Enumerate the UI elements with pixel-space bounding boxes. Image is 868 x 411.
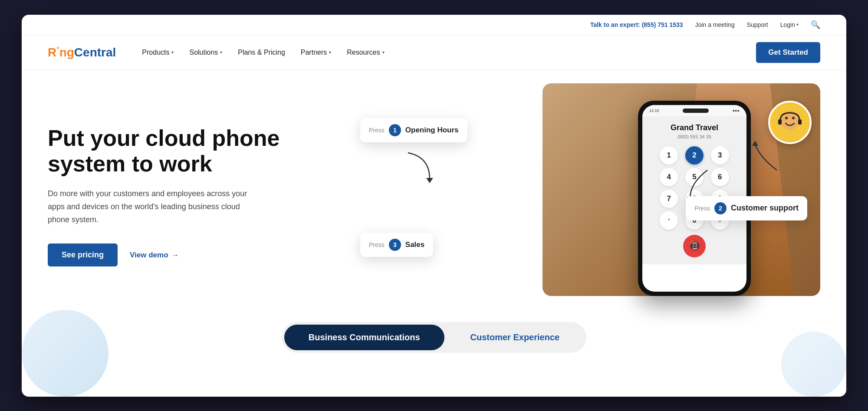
phone-number[interactable]: (855) 751 1533	[642, 21, 683, 28]
view-demo-label: View demo	[130, 251, 168, 260]
phone-time: 12:15	[649, 109, 659, 113]
svg-rect-6	[798, 119, 802, 125]
agent-avatar	[768, 101, 812, 144]
logo[interactable]: R°ngCentral	[48, 46, 116, 59]
key-4[interactable]: 4	[660, 168, 678, 186]
key-2-active[interactable]: 2	[685, 146, 704, 164]
svg-marker-7	[752, 141, 758, 146]
view-demo-link[interactable]: View demo →	[130, 251, 179, 260]
tooltip-3-badge: 3	[389, 239, 401, 251]
phone-notch	[683, 109, 709, 113]
nav-products-label: Products	[142, 49, 169, 56]
key-star[interactable]: *	[660, 211, 678, 230]
login-label: Login	[780, 21, 795, 28]
arrow-icon: →	[172, 251, 179, 260]
nav-products[interactable]: Products ▾	[142, 49, 174, 56]
tooltip-2-label: Customer support	[731, 204, 799, 213]
tooltip-press-2: Press 2 Customer support	[686, 196, 807, 220]
tab-container: Business Communications Customer Experie…	[282, 322, 586, 353]
tooltip-1-press-label: Press	[369, 127, 385, 134]
tooltip-press-1: Press 1 Opening Hours	[360, 118, 467, 142]
nav-resources[interactable]: Resources ▾	[347, 49, 384, 56]
tab-business-comms[interactable]: Business Communications	[284, 325, 444, 350]
nav-resources-label: Resources	[347, 49, 380, 56]
hero-section: Put your cloud phone system to work Do m…	[22, 70, 846, 313]
key-3[interactable]: 3	[711, 146, 729, 164]
resources-chevron-icon: ▾	[382, 50, 385, 55]
arrow-to-avatar	[746, 140, 781, 174]
solutions-chevron-icon: ▾	[220, 50, 222, 55]
tooltip-1-badge: 1	[389, 124, 401, 136]
get-started-button[interactable]: Get Started	[756, 42, 820, 63]
tooltip-press-3: Press 3 Sales	[360, 233, 433, 257]
hero-left: Put your cloud phone system to work Do m…	[48, 125, 282, 267]
arrow-curve-2	[686, 166, 712, 201]
hero-title: Put your cloud phone system to work	[48, 125, 282, 178]
nav-solutions[interactable]: Solutions ▾	[189, 49, 222, 56]
login-link[interactable]: Login ▾	[780, 21, 799, 28]
tooltip-3-press-label: Press	[369, 241, 385, 248]
nav-plans-label: Plans & Pricing	[238, 49, 285, 56]
hero-right: 12:15 ●●● Grand Travel (800) 555 34 35 1…	[299, 96, 820, 296]
key-7[interactable]: 7	[660, 190, 678, 208]
svg-point-3	[785, 117, 788, 119]
svg-point-2	[780, 111, 799, 130]
bottom-tabs: Business Communications Customer Experie…	[22, 313, 846, 366]
utility-bar: Talk to an expert: (855) 751 1533 Join a…	[22, 15, 846, 35]
deco-circle-right	[781, 332, 846, 397]
support-link[interactable]: Support	[747, 21, 768, 28]
phone-business-name: Grand Travel	[649, 123, 740, 132]
tab-customer-experience[interactable]: Customer Experience	[446, 325, 584, 350]
end-call-button[interactable]: 📵	[683, 235, 706, 257]
nav-links: Products ▾ Solutions ▾ Plans & Pricing P…	[142, 49, 739, 56]
key-6[interactable]: 6	[711, 168, 729, 186]
join-meeting-link[interactable]: Join a meeting	[695, 21, 735, 28]
agent-face-icon	[773, 105, 807, 140]
tooltip-3-label: Sales	[405, 240, 424, 249]
nav-plans-pricing[interactable]: Plans & Pricing	[238, 49, 285, 56]
svg-marker-0	[426, 178, 433, 183]
nav-partners[interactable]: Partners ▾	[301, 49, 331, 56]
svg-rect-5	[778, 119, 782, 125]
hero-buttons: See pricing View demo →	[48, 243, 282, 266]
logo-ring-text: R°ngCentral	[48, 46, 116, 59]
see-pricing-button[interactable]: See pricing	[48, 243, 118, 266]
svg-point-4	[792, 117, 795, 119]
products-chevron-icon: ▾	[171, 50, 174, 55]
browser-frame: Talk to an expert: (855) 751 1533 Join a…	[22, 15, 846, 397]
phone-number-display: (800) 555 34 35	[649, 134, 740, 139]
login-chevron-icon: ▾	[796, 22, 799, 27]
deco-circle-left	[22, 310, 108, 397]
tooltip-1-label: Opening Hours	[405, 126, 459, 135]
main-nav: R°ngCentral Products ▾ Solutions ▾ Plans…	[22, 35, 846, 70]
talk-expert-label: Talk to an expert:	[590, 21, 640, 28]
arrow-curve-1	[404, 148, 438, 183]
talk-expert-text: Talk to an expert: (855) 751 1533	[590, 21, 683, 28]
phone-signal: ●●●	[733, 109, 740, 113]
tooltip-2-badge: 2	[714, 202, 727, 214]
hero-description: Do more with your customers and employee…	[48, 187, 247, 226]
nav-solutions-label: Solutions	[189, 49, 218, 56]
partners-chevron-icon: ▾	[329, 50, 331, 55]
key-1[interactable]: 1	[660, 146, 678, 164]
tooltip-2-press-label: Press	[694, 205, 710, 212]
nav-partners-label: Partners	[301, 49, 327, 56]
search-icon[interactable]: 🔍	[811, 20, 820, 30]
